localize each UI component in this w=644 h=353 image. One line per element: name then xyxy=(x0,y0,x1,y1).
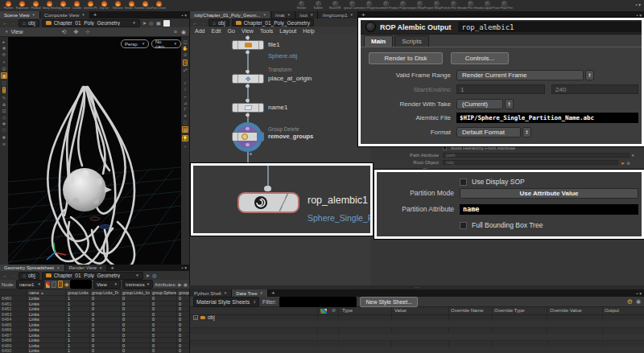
viewport-right-toolbar[interactable]: ◫✋⊙◔☍·✓ /⌐⊿Γ✕◻▤💡⌄ xyxy=(181,37,189,265)
checkbox[interactable] xyxy=(443,146,447,150)
color-swatch-icon[interactable] xyxy=(163,20,170,27)
path-root-chip[interactable]: ⌂obj xyxy=(208,18,229,27)
shelf-tool[interactable]: Fireball xyxy=(29,0,43,10)
layout-icon[interactable]: ≡ xyxy=(174,29,177,35)
path-root-chip[interactable]: ⌂obj xyxy=(19,272,39,280)
scale-tool-icon[interactable]: ⊹ xyxy=(85,29,90,35)
move-tool-icon[interactable]: ✥ xyxy=(73,29,78,35)
expand-icon[interactable]: + xyxy=(193,315,198,320)
shelf-tool[interactable]: Wave Fluid Preset xyxy=(496,0,513,10)
menu-tools[interactable]: Tools xyxy=(260,28,273,34)
node-input-dot[interactable] xyxy=(246,36,250,39)
color-column-icon[interactable] xyxy=(320,309,327,314)
shelf-tool[interactable]: Smoke Cluster xyxy=(138,0,152,10)
op-jump-icon[interactable]: ⊕ xyxy=(626,160,630,166)
column-header[interactable]: Value xyxy=(394,307,407,314)
render-to-disk-button[interactable]: Render to Disk xyxy=(369,52,443,64)
tab-img-context[interactable]: /img/comp1▼ xyxy=(318,11,357,18)
node-label[interactable]: remove_groups xyxy=(268,133,313,140)
pane-menu-icons[interactable]: ▪ ▾ xyxy=(182,265,189,271)
shelf-tool[interactable]: Flames xyxy=(2,0,15,10)
new-tab-button[interactable]: + xyxy=(268,289,279,297)
primitives-mode-icon[interactable] xyxy=(58,281,63,288)
display-flag-dot[interactable] xyxy=(250,153,252,155)
back-icon[interactable]: ← xyxy=(192,20,198,26)
gear-icon[interactable]: ⚙ xyxy=(627,298,633,306)
shelf-tool[interactable]: Particle Fire Smoke xyxy=(445,0,462,10)
valid-frame-range-dropdown[interactable]: Render Current Frame xyxy=(456,70,584,80)
partition-mode-dropdown[interactable]: Use Attribute Value xyxy=(460,188,638,199)
shelf-tool[interactable]: Smoke Trail xyxy=(125,0,138,10)
shelf-tool[interactable]: Import WispProps xyxy=(428,0,445,10)
node-input-dot[interactable] xyxy=(246,99,250,102)
end-field[interactable]: 240 xyxy=(551,84,638,94)
pane-menu-icons[interactable]: ▪ ▾ xyxy=(182,11,189,18)
play-icon[interactable]: ▶ xyxy=(178,281,182,287)
forward-icon[interactable]: → xyxy=(200,20,206,26)
filter-input[interactable] xyxy=(279,297,357,307)
shelf-tool[interactable]: Hair Properties xyxy=(394,0,411,10)
shelf-tool[interactable]: Volcano xyxy=(111,0,125,10)
shelf-tool[interactable]: ShareVR xyxy=(327,0,344,10)
node-output-dot[interactable] xyxy=(246,113,250,117)
points-mode-icon[interactable] xyxy=(46,281,50,288)
shelf-tool[interactable]: Wispy Smoke xyxy=(56,0,70,10)
menu-add[interactable]: Add xyxy=(195,28,204,34)
start-field[interactable]: 1 xyxy=(456,84,545,94)
column-header[interactable]: Override Value xyxy=(550,307,582,314)
shelf-tool[interactable]: Explosion xyxy=(15,0,29,10)
forward-icon[interactable]: → xyxy=(10,20,16,26)
pin-icon[interactable]: ➤ xyxy=(142,20,147,27)
path-attribute-field[interactable]: path xyxy=(443,153,630,158)
vertices-mode-icon[interactable] xyxy=(52,281,56,288)
node-label[interactable]: name1 xyxy=(268,104,287,111)
forward-icon[interactable]: → xyxy=(10,273,16,278)
node-rop-alembic1[interactable] xyxy=(237,192,299,213)
chevron-down-icon[interactable]: ▼ xyxy=(631,154,634,158)
tab-data-tree[interactable]: Data Tree▼ xyxy=(232,289,268,297)
column-header[interactable]: Output xyxy=(605,307,619,314)
shelf-tool[interactable]: Dry Ice xyxy=(97,0,111,10)
path-location-chip[interactable]: Chapter_01_Poly_Geometry▼ xyxy=(42,19,140,27)
tab-geometry-spreadsheet[interactable]: Geometry Spreadsheet▼ xyxy=(0,265,65,271)
column-header[interactable]: group:Links xyxy=(66,289,90,296)
full-bbox-checkbox[interactable] xyxy=(460,222,467,229)
tab-render-view[interactable]: Render View▼ xyxy=(65,265,108,271)
perspective-selector[interactable]: Persp▼ xyxy=(121,39,149,48)
node-remove-groups[interactable] xyxy=(232,132,264,142)
node-label[interactable]: place_at_origin xyxy=(268,75,312,82)
tab-python-shell[interactable]: Python Shell▼ xyxy=(190,289,232,297)
menu-edit[interactable]: Edit xyxy=(211,28,221,34)
column-header[interactable]: group:Sphere xyxy=(151,289,177,296)
node-selector[interactable]: name1▼ xyxy=(16,280,44,289)
node-place-at-origin[interactable]: ✥ xyxy=(232,74,264,84)
camera-selector[interactable]: No cam▼ xyxy=(151,39,181,48)
node-label[interactable]: file1 xyxy=(268,41,280,48)
view-dropdown[interactable]: View▼ xyxy=(93,280,121,289)
viewport-3d[interactable]: Persp▼ No cam▼ xyxy=(8,37,181,265)
tab-out-context[interactable]: /out▼ xyxy=(295,11,318,18)
root-object-field[interactable]: /obj xyxy=(443,160,618,165)
menu-layout[interactable]: Layout xyxy=(279,28,296,34)
shelf-tool[interactable]: Submit xyxy=(310,0,327,10)
table-row[interactable]: 6490Links10000 xyxy=(0,348,189,353)
render-with-take-dropdown[interactable]: (Current) xyxy=(456,99,503,109)
snapshot-icon[interactable]: ▣ xyxy=(156,20,161,27)
tab-composite-view[interactable]: Composite View▼ xyxy=(40,11,90,18)
node-file1[interactable] xyxy=(232,40,264,50)
help-icon[interactable]: ◉ xyxy=(181,29,186,35)
column-header[interactable]: group:T xyxy=(177,289,189,296)
group-filter-input[interactable] xyxy=(70,280,92,289)
shelf-tool[interactable]: Physical Camera xyxy=(344,0,361,10)
column-header[interactable]: group:Links_Ins xyxy=(121,289,151,296)
viewport-left-toolbar[interactable]: ▸✥⟳⌖◎▣◻ λ✎⊕⊡◇❖⬡✚≋ xyxy=(0,37,8,265)
alembic-file-field[interactable]: $HIP/Sphere_Single_Partition_Name.abc xyxy=(456,113,638,123)
new-style-sheet-button[interactable]: New Style Sheet... xyxy=(360,297,418,307)
format-dropdown[interactable]: Default Format xyxy=(456,127,521,138)
spinner-icon[interactable]: ▲▼ xyxy=(522,127,531,138)
tab-main[interactable]: Main xyxy=(364,35,393,47)
new-tab-button[interactable]: + xyxy=(90,11,101,18)
datatree-mode-dropdown[interactable]: Material Style Sheets⇕ xyxy=(193,297,259,307)
select-tool-icon[interactable]: ⟲ xyxy=(62,29,67,35)
globe-icon[interactable]: ◍ xyxy=(152,273,157,279)
